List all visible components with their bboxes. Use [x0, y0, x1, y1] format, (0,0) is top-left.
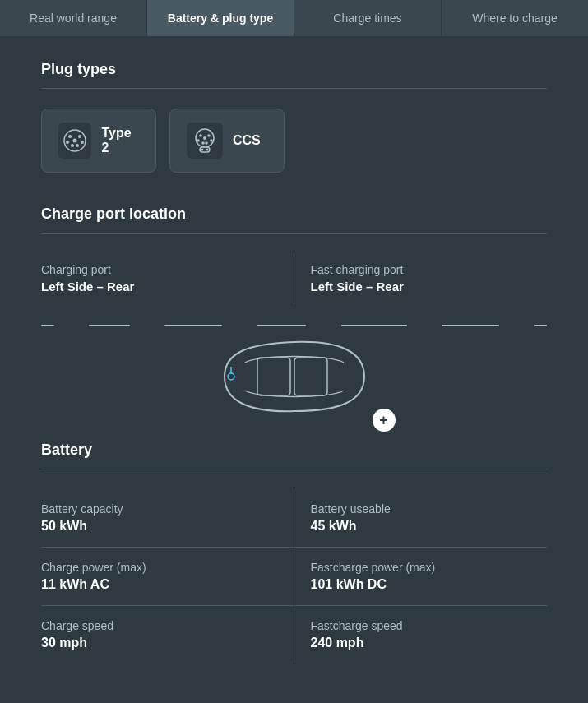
svg-point-6	[76, 144, 79, 147]
ind-seg-1	[41, 325, 54, 326]
svg-point-4	[81, 141, 84, 144]
svg-point-12	[210, 139, 213, 142]
svg-point-2	[78, 135, 81, 138]
charge-port-value-0: Left Side – Rear	[41, 280, 277, 294]
charge-port-grid: Charging port Left Side – Rear Fast char…	[41, 253, 547, 303]
charge-port-title: Charge port location	[41, 206, 547, 223]
battery-item-4: Charge speed 30 mph	[41, 606, 294, 664]
tab-real-world-range[interactable]: Real world range	[0, 0, 147, 36]
type2-icon	[58, 123, 91, 159]
svg-point-10	[207, 134, 211, 137]
battery-label-3: Fastcharge power (max)	[311, 561, 548, 574]
main-content: Plug types Type 2	[0, 36, 588, 688]
battery-section: Battery Battery capacity 50 kWh Battery …	[41, 442, 547, 664]
svg-rect-20	[294, 358, 327, 395]
svg-point-7	[73, 139, 77, 143]
ind-seg-7	[534, 325, 547, 326]
battery-item-0: Battery capacity 50 kWh	[41, 489, 294, 548]
svg-point-17	[201, 149, 204, 151]
svg-point-1	[68, 135, 72, 138]
svg-point-15	[203, 136, 206, 140]
battery-divider	[41, 469, 547, 469]
plug-types-row: Type 2 CCS	[41, 109, 547, 173]
svg-point-5	[71, 144, 74, 147]
battery-title: Battery	[41, 442, 547, 459]
ind-seg-2	[89, 325, 130, 326]
battery-value-0: 50 kWh	[41, 519, 277, 534]
battery-value-1: 45 kWh	[311, 519, 548, 534]
charge-port-section: Charge port location Charging port Left …	[41, 206, 547, 303]
plug-card-ccs[interactable]: CCS	[169, 109, 285, 173]
tab-charge-times[interactable]: Charge times	[294, 0, 442, 36]
battery-label-0: Battery capacity	[41, 502, 277, 516]
battery-label-5: Fastcharge speed	[311, 619, 548, 632]
battery-value-3: 101 kWh DC	[311, 577, 548, 592]
svg-point-14	[205, 141, 208, 145]
battery-item-2: Charge power (max) 11 kWh AC	[41, 548, 294, 606]
battery-value-5: 240 mph	[311, 636, 548, 650]
ind-seg-5	[341, 325, 407, 326]
ind-seg-4	[257, 325, 306, 326]
ind-seg-3	[164, 325, 222, 326]
svg-point-13	[201, 141, 205, 145]
battery-label-2: Charge power (max)	[41, 561, 277, 574]
battery-item-5: Fastcharge speed 240 mph	[294, 606, 548, 664]
ccs-icon	[187, 123, 223, 159]
charge-port-label-1: Fast charging port	[311, 263, 548, 276]
battery-value-4: 30 mph	[41, 636, 277, 650]
plug-types-title: Plug types	[41, 61, 547, 78]
car-diagram-svg	[200, 331, 389, 422]
svg-point-18	[206, 149, 209, 151]
ind-seg-6	[442, 325, 499, 326]
charge-port-value-1: Left Side – Rear	[311, 280, 548, 294]
plug-types-divider	[41, 88, 547, 89]
car-diagram-container: +	[41, 331, 547, 425]
tab-where-to-charge[interactable]: Where to charge	[442, 0, 588, 36]
zoom-button[interactable]: +	[373, 409, 396, 432]
charge-port-item-0: Charging port Left Side – Rear	[41, 253, 294, 303]
svg-rect-19	[257, 358, 290, 395]
svg-point-21	[228, 373, 234, 380]
svg-point-3	[66, 141, 69, 144]
tab-battery-plug-type[interactable]: Battery & plug type	[147, 0, 294, 36]
battery-label-4: Charge speed	[41, 619, 277, 632]
battery-label-1: Battery useable	[311, 502, 548, 516]
car-svg-wrapper: +	[200, 331, 389, 425]
svg-point-11	[197, 139, 200, 142]
battery-grid: Battery capacity 50 kWh Battery useable …	[41, 489, 547, 664]
battery-value-2: 11 kWh AC	[41, 577, 277, 592]
charge-port-item-1: Fast charging port Left Side – Rear	[294, 253, 548, 303]
charge-port-label-0: Charging port	[41, 263, 277, 276]
svg-point-9	[199, 134, 202, 137]
car-indicators-top	[41, 320, 547, 331]
battery-item-3: Fastcharge power (max) 101 kWh DC	[294, 548, 548, 606]
tab-bar: Real world range Battery & plug type Cha…	[0, 0, 588, 36]
battery-item-1: Battery useable 45 kWh	[294, 489, 548, 548]
plug-card-type2[interactable]: Type 2	[41, 109, 156, 173]
charge-port-divider	[41, 233, 547, 234]
ccs-label: CCS	[233, 133, 261, 148]
type2-label: Type 2	[101, 126, 139, 155]
